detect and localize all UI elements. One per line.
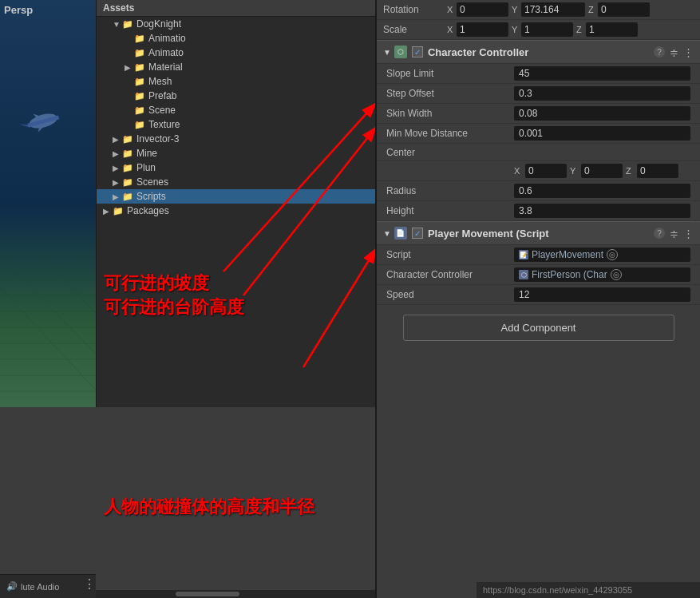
tree-label-scripts: Scripts	[136, 191, 166, 202]
tree-label-scene: Scene	[148, 105, 176, 116]
char-controller-ref-text: FirstPerson (Char	[532, 269, 607, 280]
rotation-label: Rotation	[383, 4, 447, 15]
script-label: Script	[386, 249, 514, 260]
char-controller-select-btn[interactable]: ◎	[611, 269, 622, 280]
tree-expand-arrow: ▶	[113, 149, 122, 158]
skin-width-row: Skin Width	[377, 104, 700, 124]
min-move-distance-input[interactable]	[514, 126, 690, 141]
help-icon[interactable]: ?	[654, 228, 665, 239]
scale-y-input[interactable]	[521, 22, 573, 37]
settings-icon[interactable]: ≑	[670, 46, 678, 58]
height-input[interactable]	[514, 204, 690, 218]
script-select-btn[interactable]: ◎	[607, 249, 618, 260]
y-axis-label: Y	[512, 25, 521, 34]
min-move-distance-label: Min Move Distance	[386, 128, 514, 139]
more-icon[interactable]: ⋮	[683, 228, 694, 240]
rotation-z-field[interactable]: Z	[588, 2, 650, 17]
player-movement-checkbox[interactable]: ✓	[412, 228, 423, 239]
scale-z-input[interactable]	[586, 22, 638, 37]
tree-label-mine: Mine	[136, 148, 157, 159]
speed-input[interactable]	[514, 287, 690, 302]
tree-item-invector[interactable]: ▶ 📁 Invector-3	[97, 132, 375, 146]
y-axis-label: Y	[512, 5, 521, 14]
horizontal-scrollbar[interactable]	[96, 590, 375, 598]
rotation-z-input[interactable]	[598, 2, 650, 17]
scale-y-field[interactable]: Y	[512, 22, 573, 37]
folder-icon: 📁	[122, 192, 133, 202]
z-axis-label: Z	[576, 25, 586, 34]
slope-limit-label: Slope Limit	[386, 68, 514, 79]
tree-item-mesh[interactable]: 📁 Mesh	[97, 74, 375, 89]
more-icon[interactable]: ⋮	[683, 46, 694, 58]
character-controller-header[interactable]: ▼ ⬡ ✓ Character Controller ? ≑ ⋮	[377, 40, 700, 64]
rotation-y-field[interactable]: Y	[512, 2, 585, 17]
tree-label-invector: Invector-3	[136, 133, 179, 145]
tree-item-scripts[interactable]: ▶ 📁 Scripts	[97, 189, 375, 204]
tree-item-dogknight[interactable]: ▼ 📁 DogKnight	[97, 17, 375, 31]
rotation-row: Rotation X Y Z	[377, 0, 700, 20]
more-menu-icon[interactable]: ⋮	[83, 576, 96, 592]
character-controller-checkbox[interactable]: ✓	[412, 46, 423, 57]
tree-label-packages: Packages	[127, 205, 169, 216]
height-row: Height	[377, 201, 700, 221]
skin-width-input[interactable]	[514, 106, 690, 121]
tree-item-plun[interactable]: ▶ 📁 Plun	[97, 160, 375, 175]
tree-item-animatio[interactable]: 📁 Animatio	[97, 31, 375, 46]
step-offset-label: Step Offset	[386, 88, 514, 99]
tree-item-material[interactable]: ▶ 📁 Material	[97, 60, 375, 74]
step-offset-row: Step Offset	[377, 84, 700, 104]
tree-expand-arrow: ▶	[113, 178, 122, 187]
annotation-text-collider: 人物的碰撞体的高度和半径	[104, 495, 314, 519]
center-y-input[interactable]	[581, 164, 623, 178]
settings-icon[interactable]: ≑	[670, 228, 678, 240]
scale-z-field[interactable]: Z	[576, 22, 638, 37]
scroll-thumb[interactable]	[176, 592, 239, 596]
x-axis-label: X	[514, 166, 525, 176]
script-value-box[interactable]: 📝 PlayerMovement ◎	[514, 248, 690, 262]
slope-limit-row: Slope Limit	[377, 64, 700, 84]
slope-limit-input[interactable]	[514, 66, 690, 81]
z-axis-label: Z	[588, 5, 598, 14]
center-x-item[interactable]: X	[514, 164, 567, 178]
scale-x-input[interactable]	[457, 22, 508, 37]
tree-item-scenes[interactable]: ▶ 📁 Scenes	[97, 175, 375, 189]
tree-item-mine[interactable]: ▶ 📁 Mine	[97, 146, 375, 160]
center-z-input[interactable]	[637, 164, 678, 178]
add-component-button[interactable]: Add Component	[403, 315, 674, 341]
tree-expand-arrow: ▶	[125, 63, 134, 72]
tree-item-animato[interactable]: 📁 Animato	[97, 46, 375, 60]
char-controller-ref-value-box[interactable]: ⬡ FirstPerson (Char ◎	[514, 267, 690, 282]
folder-icon: 📁	[113, 206, 124, 216]
help-icon[interactable]: ?	[654, 46, 665, 57]
character-controller-icon: ⬡	[394, 46, 407, 58]
script-file-icon: 📝	[519, 250, 528, 259]
url-bar: https://blog.csdn.net/weixin_44293055	[477, 582, 700, 598]
tree-item-scene[interactable]: 📁 Scene	[97, 103, 375, 117]
radius-row: Radius	[377, 181, 700, 201]
annotation-text-slope: 可行进的坡度	[104, 271, 209, 295]
tree-item-packages[interactable]: ▶ 📁 Packages	[97, 204, 375, 218]
center-y-item[interactable]: Y	[570, 164, 623, 178]
tree-label-dogknight: DogKnight	[136, 18, 181, 30]
player-movement-title: Player Movement (Script	[428, 228, 654, 240]
tree-item-prefab[interactable]: 📁 Prefab	[97, 89, 375, 103]
z-axis-label: Z	[626, 166, 637, 176]
rotation-y-input[interactable]	[521, 2, 585, 17]
tree-item-texture[interactable]: 📁 Texture	[97, 117, 375, 132]
scale-x-field[interactable]: X	[447, 22, 508, 37]
center-x-input[interactable]	[525, 164, 567, 178]
radius-label: Radius	[386, 185, 514, 196]
radius-input[interactable]	[514, 184, 690, 198]
mute-icon: 🔊	[6, 581, 18, 592]
rotation-x-input[interactable]	[457, 2, 508, 17]
tree-expand-arrow: ▶	[103, 207, 113, 216]
step-offset-input[interactable]	[514, 86, 690, 101]
audio-label: lute Audio	[21, 582, 59, 592]
persp-label: Persp	[4, 4, 33, 16]
center-z-item[interactable]: Z	[626, 164, 678, 178]
script-row: Script 📝 PlayerMovement ◎	[377, 245, 700, 265]
folder-icon: 📁	[122, 149, 133, 159]
folder-icon: 📁	[122, 134, 133, 145]
rotation-x-field[interactable]: X	[447, 2, 508, 17]
player-movement-header[interactable]: ▼ 📄 ✓ Player Movement (Script ? ≑ ⋮	[377, 221, 700, 245]
